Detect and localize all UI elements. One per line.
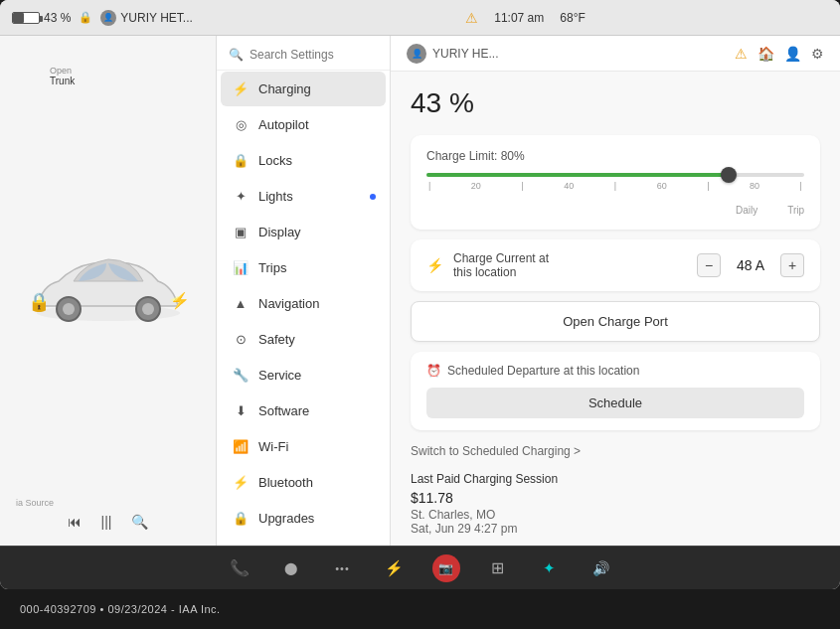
battery-bar [12,12,40,24]
lights-nav-label: Lights [258,189,293,204]
sidebar-item-safety[interactable]: ⊙ Safety [221,322,386,357]
daily-label: Daily [736,205,757,216]
temperature-display: 68°F [560,11,585,25]
sidebar-item-autopilot[interactable]: ◎ Autopilot [221,107,386,142]
sidebar-item-locks[interactable]: 🔒 Locks [221,143,386,178]
lights-dot [370,194,376,200]
service-nav-icon: 🔧 [233,368,249,383]
decrease-current-button[interactable]: − [697,253,721,277]
taskbar-bluetooth[interactable]: ✦ [536,554,564,582]
locks-nav-icon: 🔒 [233,153,249,168]
scheduled-text: Scheduled Departure at this location [447,364,639,378]
battery-indicator: 43 % [12,11,71,25]
open-charge-port-button[interactable]: Open Charge Port [411,301,820,342]
current-value: 48 A [733,257,768,273]
sidebar-item-trips[interactable]: 📊 Trips [221,250,386,285]
lightning-indicator: ⚡ [170,291,190,310]
sidebar-item-lights[interactable]: ✦ Lights [221,179,386,214]
sidebar-item-display[interactable]: ▣ Display [221,215,386,249]
trips-nav-label: Trips [258,260,286,275]
taskbar-app1[interactable]: ⬤ [277,554,305,582]
taskbar-camera[interactable]: 📷 [432,554,460,582]
increase-current-button[interactable]: + [780,253,804,277]
wifi-nav-label: Wi-Fi [258,439,288,454]
slider-track [426,173,804,177]
status-bar-center: ⚠ 11:07 am 68°F [223,10,828,26]
taskbar-phone[interactable]: 📞 [226,554,253,582]
avatar-small: 👤 [100,10,116,26]
taskbar-volume[interactable]: 🔊 [588,554,615,582]
user-info: 👤 YURIY HET... [100,10,192,26]
person-top-icon[interactable]: 👤 [784,46,801,62]
sidebar-item-navigation[interactable]: ▲ Navigation [221,286,386,321]
taskbar-grid[interactable]: ⊞ [484,554,512,582]
taskbar-dots[interactable]: ••• [329,554,357,582]
content-username: YURIY HE... [432,47,498,61]
bottom-text: 000-40392709 • 09/23/2024 - IAA Inc. [20,603,221,615]
charging-nav-label: Charging [258,81,311,96]
navigation-nav-label: Navigation [258,296,319,311]
open-trunk-label[interactable]: Open Trunk [50,66,75,86]
sidebar-item-software[interactable]: ⬇ Software [221,393,386,428]
media-source: ia Source [16,498,54,508]
bluetooth-nav-icon: ⚡ [233,475,249,490]
bottom-bar: 000-40392709 • 09/23/2024 - IAA Inc. [0,589,840,629]
last-paid-section: Last Paid Charging Session $11.78 St. Ch… [411,472,820,536]
service-nav-label: Service [258,368,301,383]
charge-limit-card: Charge Limit: 80% | 20 | 40 | 60 [411,135,820,230]
daily-trip-labels: Daily Trip [426,205,804,216]
equalizer-icon[interactable]: ||| [101,514,112,530]
search-box[interactable]: 🔍 [217,40,390,71]
slider-thumb[interactable] [721,167,737,183]
battery-fill [13,13,24,23]
user-avatar: 👤 [407,44,426,64]
content-panel: 👤 YURIY HE... ⚠ 🏠 👤 ⚙ 43 % Charge Limit:… [391,36,840,546]
media-source-label: ia Source [16,498,54,508]
sidebar-item-wifi[interactable]: 📶 Wi-Fi [221,429,386,464]
navigation-nav-icon: ▲ [233,296,249,311]
charge-slider-container[interactable]: | 20 | 40 | 60 | 80 | [426,173,804,191]
taskbar: 📞 ⬤ ••• ⚡ 📷 ⊞ ✦ 🔊 [0,546,840,589]
search-icon: 🔍 [229,48,244,62]
sidebar-item-upgrades[interactable]: 🔒 Upgrades [221,501,386,536]
trunk-label: Trunk [50,76,75,86]
sidebar-nav: ⚡ Charging ◎ Autopilot 🔒 Locks ✦ Lights [217,71,390,546]
sidebar: 🔍 ⚡ Charging ◎ Autopilot 🔒 Locks ✦ [217,36,391,546]
settings-top-icon[interactable]: ⚙ [811,46,824,62]
lock-indicator: 🔒 [28,291,50,313]
autopilot-nav-label: Autopilot [258,117,309,132]
content-top-bar: 👤 YURIY HE... ⚠ 🏠 👤 ⚙ [391,36,840,72]
sidebar-item-service[interactable]: 🔧 Service [221,358,386,393]
scheduled-departure-section: ⏰ Scheduled Departure at this location S… [411,352,820,430]
status-bar-left: 43 % 🔒 👤 YURIY HET... [12,10,211,26]
taskbar-tesla[interactable]: ⚡ [381,554,409,582]
locks-nav-label: Locks [258,153,292,168]
autopilot-nav-icon: ◎ [233,117,249,132]
display-nav-label: Display [258,225,301,239]
upgrades-nav-icon: 🔒 [233,511,249,526]
play-pause-icon[interactable]: ⏮ [68,514,82,530]
last-paid-date: Sat, Jun 29 4:27 pm [411,522,820,536]
sidebar-item-bluetooth[interactable]: ⚡ Bluetooth [221,465,386,500]
schedule-button[interactable]: Schedule [426,388,804,418]
sidebar-item-charging[interactable]: ⚡ Charging [221,72,386,106]
battery-percentage: 43 % [44,11,71,25]
software-nav-icon: ⬇ [233,403,249,418]
warning-icon: ⚠ [465,10,478,26]
warning-top-icon[interactable]: ⚠ [735,46,748,62]
current-controls: − 48 A + [697,253,804,277]
scheduled-label: ⏰ Scheduled Departure at this location [426,364,804,378]
home-top-icon[interactable]: 🏠 [757,46,774,62]
lights-nav-icon: ✦ [233,189,249,204]
lock-icon: 🔒 [79,11,92,24]
last-paid-amount: $11.78 [411,490,820,506]
trips-nav-icon: 📊 [233,260,249,275]
switch-to-scheduled-link[interactable]: Switch to Scheduled Charging > [411,440,820,462]
software-nav-label: Software [258,403,309,418]
time-display: 11:07 am [494,11,544,25]
charging-nav-icon: ⚡ [233,81,249,96]
safety-nav-label: Safety [258,332,295,347]
media-controls[interactable]: ⏮ ||| 🔍 [0,514,216,530]
search-input[interactable] [250,48,378,62]
search-media-icon[interactable]: 🔍 [131,514,148,530]
